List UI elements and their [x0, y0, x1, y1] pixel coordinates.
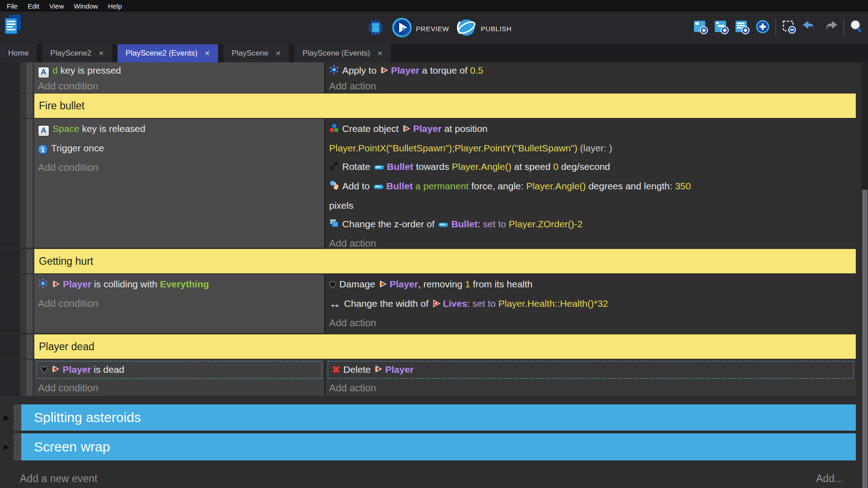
- drag-handle[interactable]: [20, 119, 34, 248]
- add-more-button[interactable]: Add...: [816, 469, 843, 488]
- menu-window[interactable]: Window: [69, 2, 103, 10]
- drag-handle[interactable]: [20, 360, 34, 396]
- menu-help[interactable]: Help: [103, 2, 127, 10]
- actions-cell[interactable]: Create object Player at position Player.…: [326, 119, 856, 248]
- remove-event-button[interactable]: [778, 17, 799, 38]
- conditions-cell[interactable]: ♥Player is deadAdd condition: [34, 360, 324, 396]
- debug-button[interactable]: [367, 19, 384, 38]
- row-gutter: [0, 334, 20, 359]
- width-icon: ↔: [329, 295, 341, 314]
- publish-button[interactable]: PUBLISH: [456, 17, 511, 40]
- text-seg: from its health: [470, 279, 533, 289]
- text-seg: Everything: [160, 279, 209, 289]
- text-seg: Player.ZOrder()-2: [509, 219, 582, 229]
- event-line[interactable]: ♥Player is dead: [37, 361, 321, 378]
- text-seg: at position: [442, 123, 488, 134]
- menu-view[interactable]: View: [44, 2, 69, 10]
- add-action[interactable]: Add action: [326, 79, 856, 93]
- add-subevent-button[interactable]: [711, 17, 731, 38]
- add-condition[interactable]: Add condition: [34, 158, 324, 177]
- vertical-scrollbar[interactable]: [862, 62, 868, 488]
- close-icon[interactable]: ✕: [205, 50, 210, 57]
- event-line[interactable]: Change the z-order of Bullet: set to Pla…: [326, 215, 856, 234]
- scrollbar-thumb[interactable]: [862, 190, 868, 488]
- event-line[interactable]: Ad key is pressed: [34, 63, 324, 79]
- drag-handle[interactable]: [20, 94, 34, 118]
- tab-playscene-events-[interactable]: PlayScene (Events)✕: [294, 44, 391, 62]
- drag-handle[interactable]: [20, 62, 34, 93]
- preview-button[interactable]: PREVIEW: [392, 17, 449, 40]
- add-event-button[interactable]: [690, 17, 711, 38]
- add-action[interactable]: Add action: [326, 234, 856, 248]
- actions-cell[interactable]: Apply to Player a torque of 0.5Add actio…: [326, 62, 856, 93]
- event-line[interactable]: Add to Bullet a permanent force, angle: …: [326, 177, 856, 215]
- add-comment-button[interactable]: [731, 17, 752, 38]
- collapse-arrow-icon[interactable]: ▶: [4, 442, 9, 452]
- text-seg: pixels: [329, 200, 354, 211]
- tab-playscene2[interactable]: PlayScene2✕: [42, 44, 112, 62]
- close-icon[interactable]: ✕: [276, 50, 281, 57]
- row-gutter: [14, 433, 21, 460]
- event-line[interactable]: Create object Player at position Player.…: [326, 119, 856, 157]
- text-seg: 0: [553, 161, 558, 172]
- text-seg: Bullet: [451, 219, 477, 229]
- project-manager-button[interactable]: [4, 14, 23, 37]
- event-line[interactable]: ♥Damage Player, removing 1 from its heal…: [326, 275, 856, 294]
- physics-icon: [329, 64, 339, 79]
- group-bar-screen-wrap[interactable]: Screen wrap: [21, 433, 856, 460]
- group-bar-fire-bullet[interactable]: Fire bullet: [34, 94, 856, 118]
- drag-handle[interactable]: [20, 334, 34, 359]
- drag-handle[interactable]: [20, 249, 34, 273]
- tab-playscene2-events-[interactable]: PlayScene2 (Events)✕: [118, 44, 218, 62]
- group-bar-splitting-asteroids[interactable]: Splitting asteroids: [21, 404, 856, 431]
- drag-handle[interactable]: [20, 274, 34, 333]
- undo-button[interactable]: [799, 17, 820, 38]
- tab-playscene[interactable]: PlayScene✕: [223, 44, 289, 62]
- row-gutter: [0, 274, 20, 333]
- event-line[interactable]: ↔Change the width of Lives: set to Playe…: [326, 294, 856, 314]
- add-action[interactable]: Add action: [326, 379, 856, 396]
- bullet-icon: [438, 216, 449, 234]
- add-action[interactable]: Add action: [326, 314, 856, 332]
- add-condition[interactable]: Add condition: [34, 294, 324, 313]
- text-seg: Player: [390, 279, 418, 289]
- delete-icon: ✖: [332, 362, 340, 378]
- close-icon[interactable]: ✕: [99, 50, 104, 57]
- row-gutter: [0, 249, 20, 273]
- actions-cell[interactable]: ♥Damage Player, removing 1 from its heal…: [326, 274, 856, 333]
- conditions-cell[interactable]: Ad key is pressedAdd condition: [34, 62, 324, 93]
- event-line[interactable]: Rotate Bullet towards Player.Angle() at …: [326, 157, 856, 177]
- publish-globe-icon: [456, 17, 477, 40]
- menu-edit[interactable]: Edit: [23, 2, 44, 10]
- text-seg: d: [52, 65, 58, 75]
- conditions-cell[interactable]: Player is colliding with EverythingAdd c…: [34, 274, 324, 333]
- group-bar-player-dead[interactable]: Player dead: [34, 334, 856, 359]
- text-seg: , removing: [418, 279, 465, 289]
- event-line[interactable]: ✖Delete Player: [328, 361, 853, 378]
- add-condition[interactable]: Add condition: [34, 379, 324, 396]
- player-ship-icon: [380, 64, 389, 79]
- add-new-event-button[interactable]: Add a new event: [20, 469, 97, 488]
- event-line[interactable]: ASpace key is released: [34, 119, 324, 139]
- group-bar-getting-hurt[interactable]: Getting hurt: [34, 249, 856, 273]
- event-line[interactable]: 1Trigger once: [34, 139, 324, 158]
- event-line[interactable]: Player is colliding with Everything: [34, 275, 324, 294]
- tab-home[interactable]: Home: [0, 44, 37, 62]
- collapse-arrow-icon[interactable]: ▶: [4, 413, 9, 422]
- actions-cell[interactable]: ✖Delete PlayerAdd action: [326, 360, 856, 396]
- bullet-icon: [374, 158, 385, 177]
- event-row[interactable]: Player is colliding with EverythingAdd c…: [0, 274, 856, 333]
- redo-button[interactable]: [820, 17, 841, 38]
- menu-file[interactable]: File: [2, 2, 23, 10]
- conditions-cell[interactable]: ASpace key is released1Trigger onceAdd c…: [34, 119, 324, 248]
- text-seg: Apply to: [342, 65, 379, 75]
- event-row[interactable]: Ad key is pressedAdd conditionApply to P…: [0, 62, 856, 93]
- event-row[interactable]: ASpace key is released1Trigger onceAdd c…: [0, 119, 856, 248]
- text-seg: Player.Angle(): [526, 181, 586, 191]
- close-icon[interactable]: ✕: [377, 50, 383, 57]
- search-button[interactable]: [846, 17, 867, 38]
- event-row[interactable]: ♥Player is deadAdd condition✖Delete Play…: [0, 360, 856, 396]
- add-circle-button[interactable]: [752, 17, 773, 38]
- event-line[interactable]: Apply to Player a torque of 0.5: [326, 63, 856, 79]
- add-condition[interactable]: Add condition: [34, 79, 324, 93]
